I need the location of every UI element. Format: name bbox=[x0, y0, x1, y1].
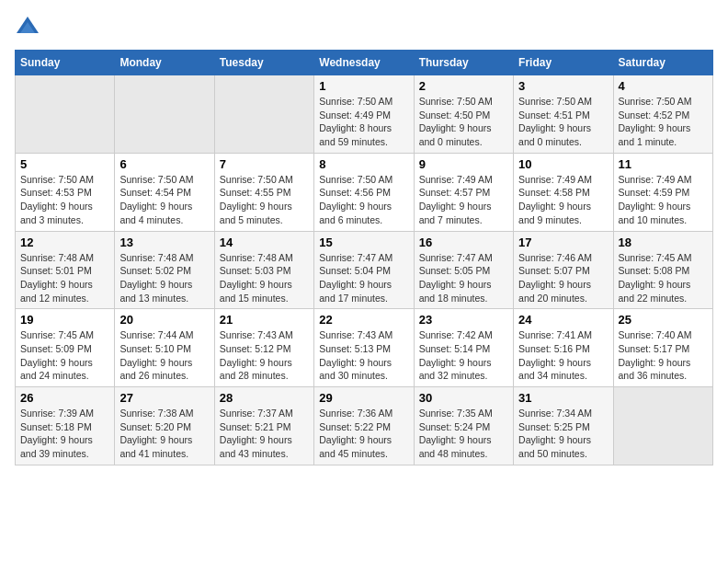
day-number: 4 bbox=[619, 79, 708, 93]
week-row-2: 5Sunrise: 7:50 AMSunset: 4:53 PMDaylight… bbox=[16, 153, 713, 231]
calendar-cell bbox=[613, 387, 712, 465]
day-info: Sunrise: 7:49 AMSunset: 4:57 PMDaylight:… bbox=[419, 173, 508, 227]
calendar-cell: 10Sunrise: 7:49 AMSunset: 4:58 PMDayligh… bbox=[514, 153, 613, 231]
calendar-cell: 20Sunrise: 7:44 AMSunset: 5:10 PMDayligh… bbox=[115, 309, 214, 387]
day-info: Sunrise: 7:42 AMSunset: 5:14 PMDaylight:… bbox=[419, 328, 508, 383]
calendar-cell: 4Sunrise: 7:50 AMSunset: 4:52 PMDaylight… bbox=[613, 75, 712, 154]
day-info: Sunrise: 7:45 AMSunset: 5:08 PMDaylight:… bbox=[619, 251, 708, 305]
day-number: 21 bbox=[220, 313, 309, 327]
weekday-header-thursday: Thursday bbox=[414, 51, 513, 75]
day-info: Sunrise: 7:38 AMSunset: 5:20 PMDaylight:… bbox=[119, 407, 209, 461]
day-number: 6 bbox=[119, 157, 209, 171]
calendar-cell: 3Sunrise: 7:50 AMSunset: 4:51 PMDaylight… bbox=[514, 75, 613, 154]
calendar-cell: 18Sunrise: 7:45 AMSunset: 5:08 PMDayligh… bbox=[613, 231, 712, 309]
calendar-cell: 1Sunrise: 7:50 AMSunset: 4:49 PMDaylight… bbox=[314, 75, 414, 154]
calendar-cell: 9Sunrise: 7:49 AMSunset: 4:57 PMDaylight… bbox=[414, 153, 513, 231]
day-number: 15 bbox=[319, 236, 408, 249]
week-row-4: 19Sunrise: 7:45 AMSunset: 5:09 PMDayligh… bbox=[16, 309, 713, 387]
day-info: Sunrise: 7:44 AMSunset: 5:10 PMDaylight:… bbox=[119, 328, 209, 383]
week-row-3: 12Sunrise: 7:48 AMSunset: 5:01 PMDayligh… bbox=[16, 231, 713, 309]
day-number: 27 bbox=[119, 391, 209, 405]
day-number: 16 bbox=[419, 236, 508, 249]
day-info: Sunrise: 7:43 AMSunset: 5:12 PMDaylight:… bbox=[220, 328, 309, 383]
calendar-cell: 11Sunrise: 7:49 AMSunset: 4:59 PMDayligh… bbox=[613, 153, 712, 231]
calendar-cell: 15Sunrise: 7:47 AMSunset: 5:04 PMDayligh… bbox=[314, 231, 414, 309]
weekday-header-saturday: Saturday bbox=[613, 51, 712, 75]
calendar-cell: 12Sunrise: 7:48 AMSunset: 5:01 PMDayligh… bbox=[16, 231, 115, 309]
day-info: Sunrise: 7:50 AMSunset: 4:56 PMDaylight:… bbox=[319, 173, 408, 227]
calendar-cell: 31Sunrise: 7:34 AMSunset: 5:25 PMDayligh… bbox=[514, 387, 613, 465]
day-info: Sunrise: 7:48 AMSunset: 5:03 PMDaylight:… bbox=[220, 251, 309, 305]
logo bbox=[15, 15, 44, 40]
day-number: 31 bbox=[518, 391, 608, 405]
weekday-header-monday: Monday bbox=[115, 51, 214, 75]
calendar-cell: 27Sunrise: 7:38 AMSunset: 5:20 PMDayligh… bbox=[115, 387, 214, 465]
weekday-header-friday: Friday bbox=[514, 51, 613, 75]
day-info: Sunrise: 7:40 AMSunset: 5:17 PMDaylight:… bbox=[619, 328, 708, 383]
calendar-cell: 19Sunrise: 7:45 AMSunset: 5:09 PMDayligh… bbox=[16, 309, 115, 387]
day-info: Sunrise: 7:48 AMSunset: 5:01 PMDaylight:… bbox=[20, 251, 109, 305]
day-number: 19 bbox=[20, 313, 109, 327]
calendar-cell: 21Sunrise: 7:43 AMSunset: 5:12 PMDayligh… bbox=[214, 309, 313, 387]
weekday-header-sunday: Sunday bbox=[16, 51, 115, 75]
calendar-cell: 5Sunrise: 7:50 AMSunset: 4:53 PMDaylight… bbox=[16, 153, 115, 231]
day-number: 14 bbox=[220, 236, 309, 249]
calendar-cell: 23Sunrise: 7:42 AMSunset: 5:14 PMDayligh… bbox=[414, 309, 513, 387]
calendar-cell: 22Sunrise: 7:43 AMSunset: 5:13 PMDayligh… bbox=[314, 309, 414, 387]
weekday-header-row: SundayMondayTuesdayWednesdayThursdayFrid… bbox=[16, 51, 713, 75]
day-info: Sunrise: 7:43 AMSunset: 5:13 PMDaylight:… bbox=[319, 328, 408, 383]
day-number: 13 bbox=[119, 236, 209, 249]
day-number: 5 bbox=[20, 157, 109, 171]
day-info: Sunrise: 7:50 AMSunset: 4:50 PMDaylight:… bbox=[419, 95, 508, 149]
day-info: Sunrise: 7:50 AMSunset: 4:49 PMDaylight:… bbox=[319, 95, 408, 149]
day-info: Sunrise: 7:39 AMSunset: 5:18 PMDaylight:… bbox=[20, 407, 109, 461]
day-info: Sunrise: 7:50 AMSunset: 4:52 PMDaylight:… bbox=[619, 95, 708, 149]
day-info: Sunrise: 7:49 AMSunset: 4:58 PMDaylight:… bbox=[518, 173, 608, 227]
day-info: Sunrise: 7:50 AMSunset: 4:55 PMDaylight:… bbox=[220, 173, 309, 227]
calendar-cell: 7Sunrise: 7:50 AMSunset: 4:55 PMDaylight… bbox=[214, 153, 313, 231]
day-info: Sunrise: 7:48 AMSunset: 5:02 PMDaylight:… bbox=[119, 251, 209, 305]
day-info: Sunrise: 7:49 AMSunset: 4:59 PMDaylight:… bbox=[619, 173, 708, 227]
calendar-cell: 17Sunrise: 7:46 AMSunset: 5:07 PMDayligh… bbox=[514, 231, 613, 309]
day-number: 29 bbox=[319, 391, 408, 405]
day-number: 3 bbox=[518, 79, 608, 93]
weekday-header-tuesday: Tuesday bbox=[214, 51, 313, 75]
calendar-cell: 24Sunrise: 7:41 AMSunset: 5:16 PMDayligh… bbox=[514, 309, 613, 387]
page-header bbox=[15, 15, 713, 40]
week-row-5: 26Sunrise: 7:39 AMSunset: 5:18 PMDayligh… bbox=[16, 387, 713, 465]
calendar-cell: 25Sunrise: 7:40 AMSunset: 5:17 PMDayligh… bbox=[613, 309, 712, 387]
calendar-cell bbox=[214, 75, 313, 154]
logo-icon bbox=[15, 15, 40, 40]
day-number: 18 bbox=[619, 236, 708, 249]
day-number: 28 bbox=[220, 391, 309, 405]
day-info: Sunrise: 7:36 AMSunset: 5:22 PMDaylight:… bbox=[319, 407, 408, 461]
week-row-1: 1Sunrise: 7:50 AMSunset: 4:49 PMDaylight… bbox=[16, 75, 713, 154]
calendar-table: SundayMondayTuesdayWednesdayThursdayFrid… bbox=[15, 50, 713, 465]
day-number: 24 bbox=[518, 313, 608, 327]
day-info: Sunrise: 7:41 AMSunset: 5:16 PMDaylight:… bbox=[518, 328, 608, 383]
day-info: Sunrise: 7:47 AMSunset: 5:04 PMDaylight:… bbox=[319, 251, 408, 305]
day-info: Sunrise: 7:50 AMSunset: 4:51 PMDaylight:… bbox=[518, 95, 608, 149]
day-number: 12 bbox=[20, 236, 109, 249]
day-info: Sunrise: 7:50 AMSunset: 4:54 PMDaylight:… bbox=[119, 173, 209, 227]
calendar-cell: 16Sunrise: 7:47 AMSunset: 5:05 PMDayligh… bbox=[414, 231, 513, 309]
calendar-cell: 28Sunrise: 7:37 AMSunset: 5:21 PMDayligh… bbox=[214, 387, 313, 465]
day-number: 20 bbox=[119, 313, 209, 327]
day-number: 17 bbox=[518, 236, 608, 249]
day-info: Sunrise: 7:37 AMSunset: 5:21 PMDaylight:… bbox=[220, 407, 309, 461]
day-number: 26 bbox=[20, 391, 109, 405]
day-number: 1 bbox=[319, 79, 408, 93]
day-number: 7 bbox=[220, 157, 309, 171]
calendar-cell: 29Sunrise: 7:36 AMSunset: 5:22 PMDayligh… bbox=[314, 387, 414, 465]
day-info: Sunrise: 7:45 AMSunset: 5:09 PMDaylight:… bbox=[20, 328, 109, 383]
day-info: Sunrise: 7:50 AMSunset: 4:53 PMDaylight:… bbox=[20, 173, 109, 227]
day-number: 22 bbox=[319, 313, 408, 327]
day-number: 9 bbox=[419, 157, 508, 171]
day-info: Sunrise: 7:35 AMSunset: 5:24 PMDaylight:… bbox=[419, 407, 508, 461]
calendar-cell: 26Sunrise: 7:39 AMSunset: 5:18 PMDayligh… bbox=[16, 387, 115, 465]
day-number: 10 bbox=[518, 157, 608, 171]
day-number: 23 bbox=[419, 313, 508, 327]
day-number: 30 bbox=[419, 391, 508, 405]
day-number: 2 bbox=[419, 79, 508, 93]
day-info: Sunrise: 7:47 AMSunset: 5:05 PMDaylight:… bbox=[419, 251, 508, 305]
